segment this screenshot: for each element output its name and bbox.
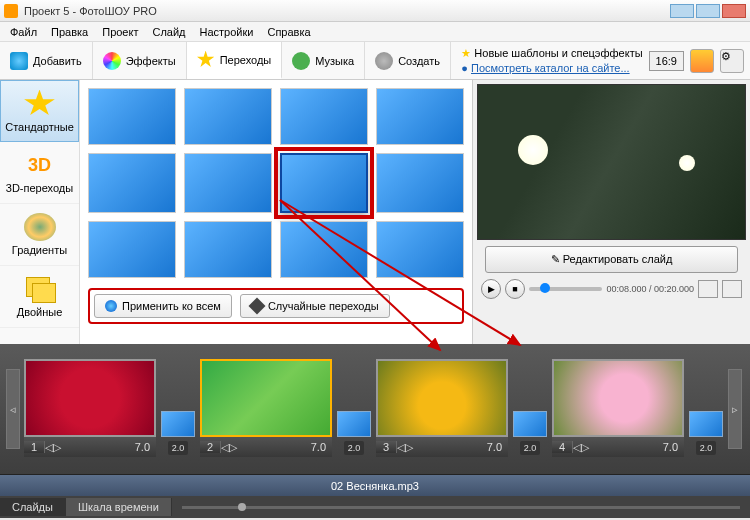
timeline-transition[interactable]: 2.0: [688, 359, 724, 459]
random-transitions-button[interactable]: Случайные переходы: [240, 294, 390, 318]
tab-create[interactable]: Создать: [365, 42, 451, 79]
apply-all-button[interactable]: Применить ко всем: [94, 294, 232, 318]
palette-icon: [103, 52, 121, 70]
transition-icon: [689, 411, 723, 437]
transition-thumb[interactable]: [376, 88, 464, 145]
category-gradients[interactable]: Градиенты: [0, 204, 79, 266]
transition-categories: Стандартные 3D3D-переходы Градиенты Двой…: [0, 80, 80, 344]
timeline-transition[interactable]: 2.0: [160, 359, 196, 459]
tab-add[interactable]: Добавить: [0, 42, 93, 79]
gradient-icon: [24, 213, 56, 241]
minimize-button[interactable]: [670, 4, 694, 18]
tab-effects[interactable]: Эффекты: [93, 42, 187, 79]
preview-viewport[interactable]: [477, 84, 746, 240]
transition-icon: [161, 411, 195, 437]
slide-thumb: [24, 359, 156, 437]
stop-button[interactable]: ■: [505, 279, 525, 299]
music-icon: [292, 52, 310, 70]
menu-file[interactable]: Файл: [4, 24, 43, 40]
timeline-transition[interactable]: 2.0: [512, 359, 548, 459]
category-standard[interactable]: Стандартные: [0, 80, 79, 142]
transition-thumb[interactable]: [88, 153, 176, 212]
timeline-slide[interactable]: 3◁▷7.0: [376, 359, 508, 459]
transitions-grid-area: Применить ко всем Случайные переходы: [80, 80, 472, 344]
transition-thumb[interactable]: [88, 221, 176, 278]
transition-thumb[interactable]: [280, 88, 368, 145]
pencil-icon: ✎: [551, 253, 560, 265]
timeline: ◃ 1◁▷7.0 2.0 2◁▷7.0 2.0 3◁▷7.0 2.0 4◁▷7.…: [0, 344, 750, 474]
playback-controls: ▶ ■ 00:08.000 / 00:20.000: [477, 279, 746, 299]
transition-icon: [337, 411, 371, 437]
category-3d[interactable]: 3D3D-переходы: [0, 142, 79, 204]
transition-thumb[interactable]: [184, 221, 272, 278]
timeline-slide[interactable]: 1◁▷7.0: [24, 359, 156, 459]
aspect-ratio-button[interactable]: 16:9: [649, 51, 684, 71]
wand-icon: [248, 298, 265, 315]
view-timeline-tab[interactable]: Шкала времени: [66, 498, 172, 516]
transition-thumb[interactable]: [280, 221, 368, 278]
3d-icon: 3D: [24, 151, 56, 179]
toolbar: Добавить Эффекты Переходы Музыка Создать…: [0, 42, 750, 80]
window-title: Проект 5 - ФотоШОУ PRO: [24, 5, 670, 17]
transition-thumb[interactable]: [376, 221, 464, 278]
transition-thumb[interactable]: [184, 153, 272, 212]
action-buttons: Применить ко всем Случайные переходы: [88, 288, 464, 324]
transition-thumb[interactable]: [88, 88, 176, 145]
transition-thumb[interactable]: [184, 88, 272, 145]
slide-thumb: [552, 359, 684, 437]
add-icon: [10, 52, 28, 70]
preview-panel: ✎ Редактировать слайд ▶ ■ 00:08.000 / 00…: [472, 80, 750, 344]
view-slides-tab[interactable]: Слайды: [0, 498, 66, 516]
maximize-button[interactable]: [696, 4, 720, 18]
transition-thumb[interactable]: [376, 153, 464, 212]
fullscreen-button[interactable]: [722, 280, 742, 298]
play-button[interactable]: ▶: [481, 279, 501, 299]
star-icon: [197, 51, 215, 69]
menu-slide[interactable]: Слайд: [146, 24, 191, 40]
timeline-scroll-left[interactable]: ◃: [6, 369, 20, 449]
transition-icon: [513, 411, 547, 437]
double-icon: [24, 275, 56, 303]
settings-button[interactable]: ⚙: [720, 49, 744, 73]
hints: ★ Новые шаблоны и спецэффекты ● Посмотре…: [461, 46, 642, 75]
menu-help[interactable]: Справка: [261, 24, 316, 40]
time-display: 00:08.000 / 00:20.000: [606, 284, 694, 294]
slide-thumb: [200, 359, 332, 437]
app-icon: [4, 4, 18, 18]
star-icon: [24, 90, 56, 118]
bottom-bar: Слайды Шкала времени: [0, 496, 750, 518]
zoom-slider[interactable]: [182, 506, 740, 509]
seek-slider[interactable]: [529, 287, 602, 291]
disc-icon: [375, 52, 393, 70]
close-button[interactable]: [722, 4, 746, 18]
tab-transitions[interactable]: Переходы: [187, 42, 283, 79]
dot-icon: [105, 300, 117, 312]
menu-settings[interactable]: Настройки: [194, 24, 260, 40]
menubar: Файл Правка Проект Слайд Настройки Справ…: [0, 22, 750, 42]
tab-music[interactable]: Музыка: [282, 42, 365, 79]
menu-project[interactable]: Проект: [96, 24, 144, 40]
edit-slide-button[interactable]: ✎ Редактировать слайд: [485, 246, 738, 273]
slide-thumb: [376, 359, 508, 437]
category-double[interactable]: Двойные: [0, 266, 79, 328]
timeline-scroll-right[interactable]: ▹: [728, 369, 742, 449]
main-area: Стандартные 3D3D-переходы Градиенты Двой…: [0, 80, 750, 344]
timeline-slide[interactable]: 2◁▷7.0: [200, 359, 332, 459]
transition-thumb-selected[interactable]: [280, 153, 368, 212]
titlebar: Проект 5 - ФотоШОУ PRO: [0, 0, 750, 22]
transitions-grid: [88, 88, 464, 278]
catalog-link[interactable]: Посмотреть каталог на сайте...: [471, 62, 630, 74]
menu-edit[interactable]: Правка: [45, 24, 94, 40]
audio-track[interactable]: 02 Веснянка.mp3: [0, 474, 750, 496]
snapshot-button[interactable]: [698, 280, 718, 298]
timeline-slide[interactable]: 4◁▷7.0: [552, 359, 684, 459]
timeline-transition[interactable]: 2.0: [336, 359, 372, 459]
color-button[interactable]: [690, 49, 714, 73]
